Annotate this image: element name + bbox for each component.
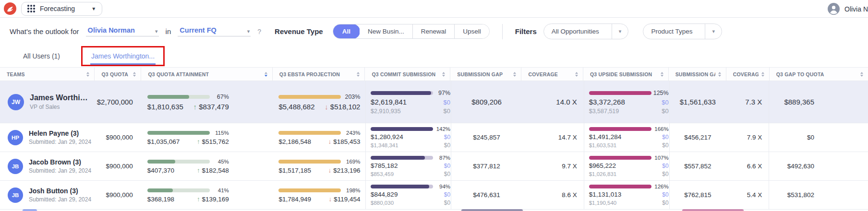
table-row-josh-button[interactable]: JB Josh Button (3) Submitted: Jan 29, 20… bbox=[0, 181, 868, 210]
forecasting-page: Forecasting ▾ Olivia Norman What's the o… bbox=[0, 0, 868, 211]
sort-icon[interactable] bbox=[133, 72, 136, 77]
up-arrow-icon: ↑ bbox=[197, 167, 200, 174]
column-header-q3-commit-submission[interactable]: Q3 Commit Submission bbox=[365, 68, 450, 81]
column-header-coverage-1[interactable]: Coverage bbox=[521, 68, 583, 81]
coverage-cell: 6.6 X bbox=[726, 152, 769, 180]
submission-gap-cell: $377,812 bbox=[451, 152, 522, 180]
sort-icon[interactable] bbox=[661, 72, 663, 77]
teams-cell: JB Jacob Brown (3) Submitted: Jan 29, 20… bbox=[0, 152, 95, 180]
gap-to-quota-cell: $492,630 bbox=[769, 152, 868, 180]
revenue-type-segmented: All New Busin... Renewal Upsell bbox=[333, 24, 490, 39]
period-filter-dropdown[interactable]: Current FQ ▾ bbox=[178, 26, 251, 36]
sort-icon[interactable] bbox=[513, 72, 516, 77]
teams-cell: HP Helen Payne (3) Submitted: Jan 29, 20… bbox=[0, 123, 95, 152]
upside-submission-cell: 125% $3,372,268$0 $3,587,519$0 bbox=[584, 81, 669, 123]
user-filter-dropdown[interactable]: Olivia Norman ▾ bbox=[86, 26, 159, 36]
attainment-cell: 45% $407,370↑ $182,548 bbox=[142, 152, 273, 180]
revenue-type-upsell-button[interactable]: Upsell bbox=[455, 24, 489, 38]
sort-icon[interactable] bbox=[357, 72, 360, 77]
revenue-type-renewal-button[interactable]: Renewal bbox=[413, 24, 455, 38]
revenue-type-new-business-button[interactable]: New Busin... bbox=[360, 24, 413, 38]
upside-bar bbox=[589, 127, 651, 131]
coverage-cell: 14.7 X bbox=[522, 123, 584, 152]
team-member-name: Jacob Brown (3) bbox=[29, 158, 90, 166]
teams-cell: JB Josh Button (3) Submitted: Jan 29, 20… bbox=[0, 181, 95, 209]
chevron-down-icon: ▾ bbox=[712, 29, 715, 34]
table-row-helen-payne[interactable]: HP Helen Payne (3) Submitted: Jan 29, 20… bbox=[0, 123, 868, 152]
submission-gap-cell: $1,561,633 bbox=[669, 81, 726, 123]
quota-cell: $900,000 bbox=[95, 181, 142, 209]
product-types-filter-dropdown[interactable]: Product Types ▾ bbox=[643, 23, 722, 39]
commit-submission-cell: 94% $844,829$0 $880,030$0 bbox=[365, 181, 451, 209]
upside-submission-cell: 126% $1,131,013$0 $1,190,540$0 bbox=[584, 181, 669, 209]
commit-bar bbox=[371, 127, 433, 131]
sort-icon[interactable] bbox=[575, 72, 578, 77]
down-arrow-icon: ↓ bbox=[328, 138, 332, 145]
submission-gap-cell: $809,206 bbox=[451, 81, 522, 123]
tab-james-worthington[interactable]: James Worthington... bbox=[90, 48, 156, 65]
team-member-subtitle: Submitted: Jan 29, 2024 bbox=[29, 167, 91, 174]
avatar: JB bbox=[8, 159, 23, 174]
commit-adjustment-link[interactable]: $0 bbox=[444, 99, 450, 106]
upside-adjustment-link[interactable]: $0 bbox=[662, 163, 668, 169]
period-filter-value: Current FQ bbox=[180, 26, 217, 34]
commit-submission-cell: 87% $785,182$0 $853,459$0 bbox=[365, 152, 451, 180]
column-header-q3-ebsta-projection[interactable]: Q3 Ebsta Projection bbox=[273, 68, 365, 81]
attainment-cell: 67% $1,810,635↑ $837,479 bbox=[142, 81, 273, 123]
sort-icon[interactable] bbox=[442, 72, 445, 77]
column-header-teams[interactable]: Teams bbox=[0, 68, 95, 81]
avatar bbox=[22, 210, 37, 211]
coverage-cell: 14.0 X bbox=[522, 81, 584, 123]
commit-bar bbox=[371, 185, 433, 188]
user-menu[interactable]: Olivia Norman bbox=[828, 3, 868, 15]
team-member-name: Josh Button (3) bbox=[29, 187, 90, 195]
projection-cell: 198% $1,784,949↓ $119,454 bbox=[273, 181, 365, 209]
commit-adjustment-link[interactable]: $0 bbox=[444, 191, 450, 198]
tab-all-users[interactable]: All Users (1) bbox=[22, 48, 61, 64]
sort-icon[interactable] bbox=[86, 72, 89, 77]
quota-cell: $2,700,000 bbox=[95, 81, 142, 123]
chevron-down-icon: ▾ bbox=[619, 29, 622, 34]
annotation-highlight-box: James Worthington... bbox=[81, 46, 165, 66]
projection-cell: 203% $5,488,682↓ $518,102 bbox=[273, 81, 365, 123]
sort-icon[interactable] bbox=[265, 72, 267, 77]
commit-bar bbox=[371, 156, 433, 160]
help-question-mark[interactable]: ? bbox=[257, 28, 261, 35]
app-selector-dropdown[interactable]: Forecasting ▾ bbox=[21, 2, 102, 16]
user-name: Olivia Norman bbox=[844, 5, 868, 13]
commit-adjustment-link[interactable]: $0 bbox=[444, 163, 450, 169]
column-header-submission-gap-1[interactable]: Submission Gap bbox=[450, 68, 521, 81]
commit-submission-cell: 142% $1,280,924$0 $1,348,341$0 bbox=[365, 123, 451, 152]
column-header-q3-gap-to-quota[interactable]: Q3 Gap to Quota bbox=[770, 68, 868, 81]
revenue-type-all-button[interactable]: All bbox=[333, 24, 360, 39]
avatar: HP bbox=[8, 130, 23, 145]
opportunities-filter-dropdown[interactable]: All Opportunities ▾ bbox=[543, 23, 629, 39]
commit-adjustment-link[interactable]: $0 bbox=[444, 134, 450, 141]
quota-cell: $900,000 bbox=[95, 152, 142, 180]
team-member-subtitle: VP of Sales bbox=[30, 104, 91, 110]
sort-icon[interactable] bbox=[718, 72, 721, 77]
opportunities-filter-value: All Opportunities bbox=[544, 28, 612, 35]
column-header-q3-upside-submission[interactable]: Q3 Upside Submission bbox=[583, 68, 669, 81]
revenue-type-label: Revenue Type bbox=[275, 27, 323, 35]
ebsta-logo[interactable] bbox=[4, 2, 16, 15]
in-label: in bbox=[166, 27, 171, 35]
upside-adjustment-link[interactable]: $0 bbox=[662, 191, 668, 198]
attainment-bar bbox=[147, 188, 210, 192]
table-row-jacob-brown[interactable]: JB Jacob Brown (3) Submitted: Jan 29, 20… bbox=[0, 152, 868, 181]
column-header-q3-quota-attainment[interactable]: Q3 Quota Attainment bbox=[141, 68, 272, 81]
column-header-coverage-2[interactable]: Coverage bbox=[726, 68, 770, 81]
table-row-james-worthington[interactable]: JW James Worthingto... VP of Sales $2,70… bbox=[0, 81, 868, 123]
commit-bar bbox=[461, 210, 523, 211]
sort-icon[interactable] bbox=[761, 72, 764, 77]
submission-gap-cell: $557,852 bbox=[669, 152, 726, 180]
column-header-q3-quota[interactable]: Q3 Quota bbox=[95, 68, 141, 81]
partial-next-row bbox=[0, 210, 868, 211]
upside-adjustment-link[interactable]: $0 bbox=[662, 134, 668, 141]
avatar: JB bbox=[8, 188, 23, 203]
upside-submission-cell: 107% $965,222$0 $1,026,831$0 bbox=[584, 152, 669, 180]
outlook-question-label: What's the outlook for bbox=[10, 27, 79, 35]
column-header-submission-gap-2[interactable]: Submission Gap bbox=[669, 68, 726, 81]
sort-icon[interactable] bbox=[860, 72, 863, 77]
upside-adjustment-link[interactable]: $0 bbox=[662, 99, 668, 106]
